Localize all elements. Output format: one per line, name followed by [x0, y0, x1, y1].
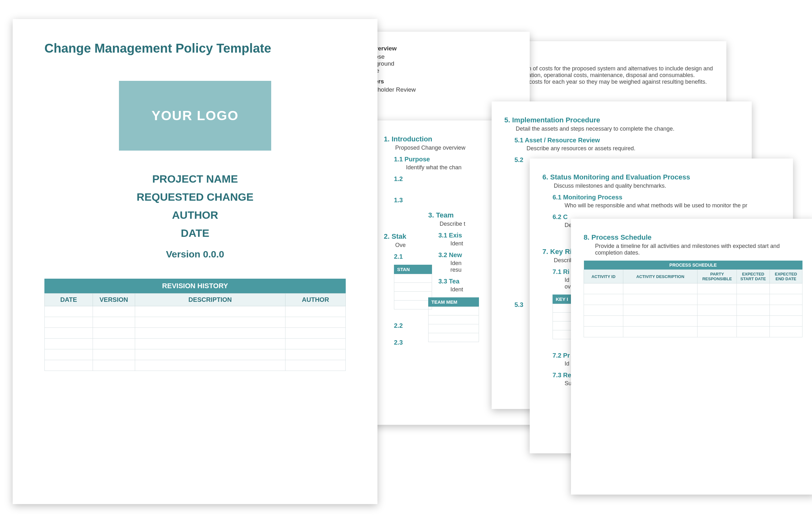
field-author: AUTHOR: [25, 209, 365, 221]
h5-1-sub: Describe any resources or assets require…: [527, 145, 739, 152]
col-end: EXPECTED END DATE: [769, 270, 802, 283]
field-date: DATE: [25, 227, 365, 239]
rev-col-date: DATE: [45, 294, 93, 306]
page-cover: Change Management Policy Template YOUR L…: [13, 19, 378, 504]
h6-1-sub: Who will be responsible and what methods…: [565, 202, 780, 209]
h5-1: 5.1 Asset / Resource Review: [515, 137, 739, 144]
doc-title: Change Management Policy Template: [44, 41, 365, 56]
stake-bar: STAN: [394, 265, 432, 274]
page-schedule: 8. Process Schedule Provide a timeline f…: [571, 219, 812, 495]
logo-placeholder: YOUR LOGO: [119, 81, 271, 151]
revision-history-title: REVISION HISTORY: [44, 279, 346, 293]
col-activity-id: ACTIVITY ID: [584, 270, 623, 283]
h5: 5. Implementation Procedure: [504, 116, 739, 124]
field-requested-change: REQUESTED CHANGE: [25, 191, 365, 203]
h6: 6. Status Monitoring and Evaluation Proc…: [542, 173, 780, 181]
schedule-table: PROCESS SCHEDULE ACTIVITY ID ACTIVITY DE…: [584, 260, 802, 337]
stake-rows: [394, 274, 432, 310]
schedule-title: PROCESS SCHEDULE: [584, 260, 802, 270]
rev-col-description: DESCRIPTION: [135, 294, 285, 306]
col-activity-desc: ACTIVITY DESCRIPTION: [623, 270, 697, 283]
col-party: PARTY RESPONSIBLE: [697, 270, 737, 283]
h8-sub: Provide a timeline for all activities an…: [595, 243, 802, 256]
h6-1: 6.1 Monitoring Process: [552, 194, 780, 201]
rev-col-author: AUTHOR: [285, 294, 346, 306]
field-project: PROJECT NAME: [25, 173, 365, 185]
team-rows: [428, 306, 479, 342]
revision-history-table: DATE VERSION DESCRIPTION AUTHOR: [44, 293, 346, 371]
h5-sub: Detail the assets and steps necessary to…: [516, 125, 739, 132]
field-version: Version 0.0.0: [25, 249, 365, 260]
h8: 8. Process Schedule: [584, 233, 802, 242]
h6-sub: Discuss milestones and quality benchmark…: [554, 183, 780, 189]
team-bar: TEAM MEM: [428, 297, 479, 306]
rev-col-version: VERSION: [93, 294, 135, 306]
col-start: EXPECTED START DATE: [737, 270, 769, 283]
